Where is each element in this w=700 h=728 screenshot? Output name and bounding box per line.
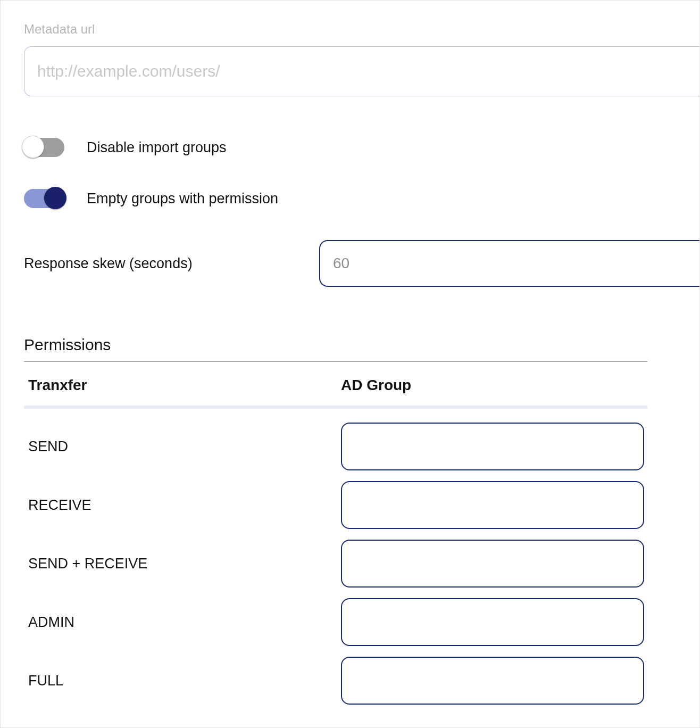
metadata-url-input[interactable] (24, 46, 699, 96)
empty-groups-permission-row: Empty groups with permission (24, 189, 699, 208)
permissions-row-admin: ADMIN (24, 598, 647, 646)
adgroup-input-send-receive[interactable] (341, 540, 644, 588)
disable-import-groups-row: Disable import groups (24, 138, 699, 157)
response-skew-row: Response skew (seconds) (24, 240, 699, 287)
permissions-row-full: FULL (24, 657, 647, 705)
toggle-group: Disable import groups Empty groups with … (24, 138, 699, 208)
permissions-table-head: Tranxfer AD Group (24, 362, 647, 409)
permissions-row-label: SEND (24, 439, 341, 455)
adgroup-input-receive[interactable] (341, 481, 644, 529)
permissions-row-send: SEND (24, 423, 647, 470)
disable-import-groups-toggle[interactable] (24, 138, 64, 157)
empty-groups-permission-toggle[interactable] (24, 189, 64, 208)
permissions-row-label: FULL (24, 673, 341, 689)
toggle-knob (44, 187, 66, 209)
disable-import-groups-label: Disable import groups (87, 139, 227, 156)
adgroup-input-send[interactable] (341, 423, 644, 470)
permissions-row-label: ADMIN (24, 614, 341, 631)
permissions-row-send-receive: SEND + RECEIVE (24, 540, 647, 588)
settings-form: Metadata url Disable import groups Empty… (0, 0, 700, 728)
permissions-section: Permissions Tranxfer AD Group SEND RECEI… (24, 336, 647, 705)
permissions-table: Tranxfer AD Group SEND RECEIVE SEND + RE… (24, 362, 647, 705)
permissions-row-receive: RECEIVE (24, 481, 647, 529)
toggle-knob (22, 136, 44, 158)
response-skew-input[interactable] (319, 240, 699, 287)
response-skew-label: Response skew (seconds) (24, 255, 319, 272)
adgroup-input-admin[interactable] (341, 598, 644, 646)
permissions-col-adgroup: AD Group (341, 377, 647, 394)
adgroup-input-full[interactable] (341, 657, 644, 705)
metadata-url-label: Metadata url (24, 22, 699, 37)
permissions-row-label: SEND + RECEIVE (24, 556, 341, 572)
permissions-table-body: SEND RECEIVE SEND + RECEIVE ADMIN FULL (24, 409, 647, 705)
permissions-row-label: RECEIVE (24, 497, 341, 514)
permissions-title: Permissions (24, 336, 647, 362)
permissions-col-tranxfer: Tranxfer (28, 377, 341, 394)
empty-groups-permission-label: Empty groups with permission (87, 191, 278, 207)
